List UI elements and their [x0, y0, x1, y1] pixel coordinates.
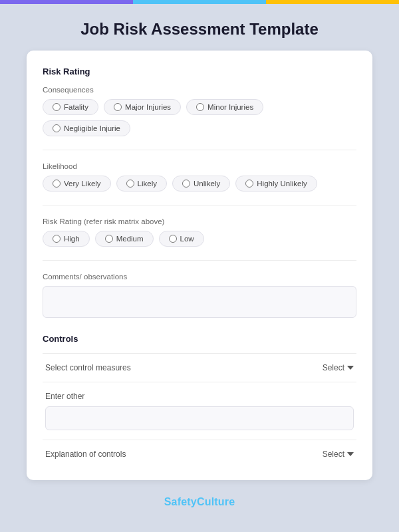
explanation-select-label: Select: [323, 450, 344, 459]
likelihood-highly-unlikely[interactable]: Highly Unlikely: [235, 176, 317, 192]
likelihood-highly-unlikely-label: Highly Unlikely: [257, 180, 307, 188]
consequence-fatality[interactable]: Fatality: [43, 99, 98, 115]
brand-highlight: Culture: [197, 496, 235, 507]
explanation-chevron-icon: [347, 452, 354, 456]
consequence-fatality-label: Fatality: [64, 103, 88, 111]
risk-rating-options: High Medium Low: [43, 231, 356, 247]
likelihood-section: Likelihood Very Likely Likely Unlikely H…: [43, 162, 356, 192]
consequence-minor-label: Minor Injuries: [207, 103, 253, 111]
comments-textarea[interactable]: [43, 286, 356, 318]
risk-rating-section: Risk Rating (refer risk matrix above) Hi…: [43, 217, 356, 247]
comments-label: Comments/ observations: [43, 273, 356, 281]
likelihood-likely[interactable]: Likely: [116, 176, 167, 192]
enter-other-label: Enter other: [45, 392, 354, 401]
likelihood-highly-unlikely-radio[interactable]: [245, 180, 253, 188]
risk-high-label: High: [64, 235, 80, 243]
likelihood-very-likely-radio[interactable]: [53, 180, 61, 188]
enter-other-section: Enter other: [43, 382, 356, 440]
brand-footer: SafetyCulture: [164, 496, 235, 508]
risk-rating-label: Risk Rating (refer risk matrix above): [43, 217, 356, 225]
consequences-label: Consequences: [43, 86, 356, 94]
likelihood-very-likely[interactable]: Very Likely: [43, 176, 111, 192]
consequence-major[interactable]: Major Injuries: [104, 99, 181, 115]
consequences-section: Consequences Fatality Major Injuries Min…: [43, 86, 356, 136]
risk-rating-title: Risk Rating: [43, 66, 356, 76]
likelihood-unlikely-label: Unlikely: [194, 180, 220, 188]
page-title: Job Risk Assessment Template: [67, 20, 331, 39]
risk-low[interactable]: Low: [159, 231, 204, 247]
consequence-major-label: Major Injuries: [125, 103, 171, 111]
consequence-negligible-radio[interactable]: [53, 124, 61, 132]
likelihood-label: Likelihood: [43, 162, 356, 170]
select-control-label: Select control measures: [45, 363, 131, 372]
divider-1: [43, 150, 356, 150]
chevron-down-icon: [347, 366, 354, 370]
top-bar-yellow: [266, 0, 399, 4]
explanation-row[interactable]: Explanation of controls Select: [43, 440, 356, 462]
risk-low-label: Low: [180, 235, 194, 243]
likelihood-options: Very Likely Likely Unlikely Highly Unlik…: [43, 176, 356, 192]
consequence-fatality-radio[interactable]: [53, 103, 61, 111]
likelihood-unlikely[interactable]: Unlikely: [172, 176, 230, 192]
likelihood-likely-radio[interactable]: [126, 180, 134, 188]
risk-medium[interactable]: Medium: [95, 231, 154, 247]
likelihood-unlikely-radio[interactable]: [182, 180, 190, 188]
brand-text: Safety: [164, 496, 197, 507]
comments-section: Comments/ observations: [43, 273, 356, 321]
enter-other-input[interactable]: [45, 406, 354, 430]
consequence-negligible[interactable]: Negligible Injurie: [43, 120, 130, 136]
main-card: Risk Rating Consequences Fatality Major …: [27, 51, 372, 480]
select-control-button[interactable]: Select: [323, 363, 354, 372]
consequence-minor[interactable]: Minor Injuries: [186, 99, 263, 115]
explanation-select-button[interactable]: Select: [323, 450, 354, 459]
consequence-major-radio[interactable]: [114, 103, 122, 111]
top-bar: [0, 0, 399, 4]
divider-3: [43, 260, 356, 261]
top-bar-blue: [133, 0, 266, 4]
risk-high-radio[interactable]: [53, 235, 61, 243]
divider-2: [43, 205, 356, 205]
risk-medium-label: Medium: [116, 235, 144, 243]
likelihood-very-likely-label: Very Likely: [64, 180, 101, 188]
controls-title: Controls: [43, 334, 356, 344]
consequence-minor-radio[interactable]: [196, 103, 204, 111]
explanation-label: Explanation of controls: [45, 450, 126, 459]
likelihood-likely-label: Likely: [138, 180, 157, 188]
risk-low-radio[interactable]: [169, 235, 177, 243]
risk-medium-radio[interactable]: [105, 235, 113, 243]
top-bar-purple: [0, 0, 133, 4]
select-control-row[interactable]: Select control measures Select: [43, 353, 356, 382]
select-control-button-label: Select: [323, 363, 344, 372]
consequences-options: Fatality Major Injuries Minor Injuries N…: [43, 99, 356, 136]
risk-high[interactable]: High: [43, 231, 90, 247]
consequence-negligible-label: Negligible Injurie: [64, 124, 120, 132]
